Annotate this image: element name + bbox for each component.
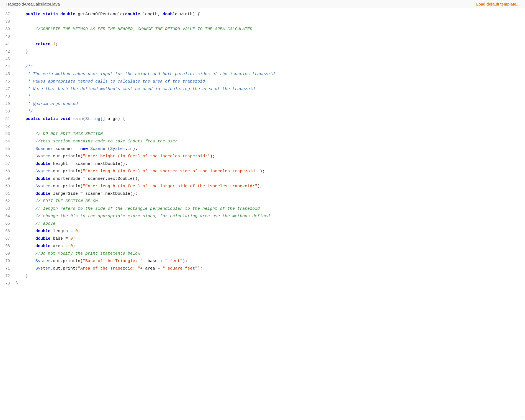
class-name-token: System <box>35 169 50 174</box>
plain-token: } <box>16 49 28 54</box>
comment-doc-token: */ <box>16 109 33 114</box>
class-name-token: Scanner <box>90 147 108 151</box>
plain-token: ; <box>78 229 80 234</box>
line-number: 56 <box>0 153 14 160</box>
line-number: 37 <box>0 11 14 18</box>
line-number: 53 <box>0 130 14 137</box>
line-number: 38 <box>0 18 14 25</box>
comment-token: //Do not modify the print statements bel… <box>16 251 140 256</box>
plain-token <box>16 147 35 151</box>
kw-token: public static void <box>16 117 73 121</box>
comment-doc-token: * @param args unused <box>16 102 78 106</box>
plain-token: } <box>16 281 18 286</box>
table-row: 73} <box>0 280 525 287</box>
line-content: // above <box>14 220 525 227</box>
plain-token: .out.println( <box>50 259 83 263</box>
table-row: 53 // DO NOT EDIT THIS SECTION <box>0 130 525 138</box>
table-row: 61 double largerSide = scanner.nextDoubl… <box>0 190 525 198</box>
class-name-token: System <box>35 154 50 159</box>
line-content: //this section contains code to take inp… <box>14 138 525 145</box>
plain-token: width) { <box>177 12 200 17</box>
table-row: 43 <box>0 55 525 63</box>
line-number: 54 <box>0 138 14 145</box>
line-content: // DO NOT EDIT THIS SECTION <box>14 130 525 138</box>
plain-token <box>16 184 35 189</box>
plain-token: .out.println( <box>50 169 83 174</box>
line-content: System.out.println("Enter height (in fee… <box>14 153 525 160</box>
table-row: 70 System.out.println("Base of the Trian… <box>0 257 525 265</box>
table-row: 62 // EDIT THE SECTION BELOW <box>0 198 525 205</box>
line-number: 61 <box>0 190 14 197</box>
kw-token: double <box>16 236 50 241</box>
line-content: /** <box>14 63 525 70</box>
plain-token <box>16 266 35 271</box>
plain-token: ( <box>108 147 110 151</box>
line-number: 73 <box>0 280 14 287</box>
kw-token: double <box>163 12 177 17</box>
plain-token: ); <box>210 154 215 159</box>
line-number: 72 <box>0 272 14 280</box>
line-content: * @param args unused <box>14 101 525 108</box>
plain-token: .out.println( <box>50 184 83 189</box>
class-name-token: String <box>85 117 100 121</box>
plain-token: length = <box>50 229 75 234</box>
table-row: 64 // change the 0's to the appropriate … <box>0 212 525 220</box>
string-token: " square feet" <box>163 266 197 271</box>
table-row: 55 Scanner scanner = new Scanner(System.… <box>0 145 525 153</box>
table-row: 39 //COMPLETE THE METHOD AS PER THE HEAD… <box>0 25 525 33</box>
line-number: 51 <box>0 115 14 122</box>
string-token: " feet" <box>165 259 182 263</box>
comment-token: // DO NOT EDIT THIS SECTION <box>16 132 103 136</box>
table-row: 38 <box>0 18 525 25</box>
table-row: 45 * The main method takes user input fo… <box>0 70 525 78</box>
line-content: } <box>14 273 525 280</box>
comment-doc-token: * The main method takes user input for t… <box>16 72 275 76</box>
line-number: 65 <box>0 220 14 227</box>
line-content: System.out.println("Enter length (in fee… <box>14 168 525 175</box>
line-content: public static void main(String[] args) { <box>14 116 525 123</box>
comment-doc-token: /** <box>16 64 33 69</box>
line-number: 50 <box>0 108 14 115</box>
table-row: 71 System.out.print("Area of the Trapezo… <box>0 265 525 272</box>
line-content: * Makes appropriate method calls to calc… <box>14 78 525 85</box>
line-number: 40 <box>0 33 14 40</box>
method-token: main <box>73 117 83 121</box>
table-row: 60 System.out.println("Enter length (in … <box>0 183 525 190</box>
plain-token: ); <box>182 259 187 263</box>
line-content: double area = 0; <box>14 243 525 250</box>
number-token: 0 <box>75 229 78 234</box>
line-content: //Do not modify the print statements bel… <box>14 250 525 257</box>
plain-token: } <box>16 274 28 278</box>
number-token: 1 <box>53 42 55 47</box>
line-content: double largerSide = scanner.nextDouble()… <box>14 190 525 198</box>
load-template-link[interactable]: Load default template... <box>476 2 519 6</box>
table-row: 48 * <box>0 93 525 100</box>
plain-token: ( <box>83 117 85 121</box>
plain-token: ); <box>257 184 262 189</box>
line-content: return 1; <box>14 41 525 48</box>
table-row: 42 } <box>0 48 525 55</box>
line-number: 52 <box>0 123 14 130</box>
comment-token: //this section contains code to take inp… <box>16 139 177 144</box>
kw-token: return <box>16 42 53 47</box>
kw-token: new <box>80 147 90 151</box>
plain-token: height = scanner.nextDouble(); <box>50 162 128 166</box>
line-content: System.out.print("Area of the Trapezoid:… <box>14 265 525 272</box>
line-content: double height = scanner.nextDouble(); <box>14 160 525 168</box>
line-content: System.out.println("Base of the Triangle… <box>14 258 525 265</box>
kw-token: public static double <box>16 12 78 17</box>
table-row: 66 double length = 0; <box>0 227 525 235</box>
plain-token: [] args) { <box>100 117 125 121</box>
line-content: } <box>14 48 525 55</box>
line-content: //COMPLETE THE METHOD AS PER THE HEADER,… <box>14 26 525 33</box>
line-number: 49 <box>0 100 14 107</box>
line-number: 63 <box>0 205 14 212</box>
line-content: Scanner scanner = new Scanner(System.in)… <box>14 145 525 153</box>
number-token: 0 <box>70 236 73 241</box>
table-row: 46 * Makes appropriate method calls to c… <box>0 78 525 85</box>
line-number: 46 <box>0 78 14 85</box>
kw-token: double <box>16 244 50 249</box>
line-number: 55 <box>0 145 14 152</box>
line-number: 44 <box>0 63 14 70</box>
line-content: System.out.println("Enter length (in fee… <box>14 183 525 190</box>
